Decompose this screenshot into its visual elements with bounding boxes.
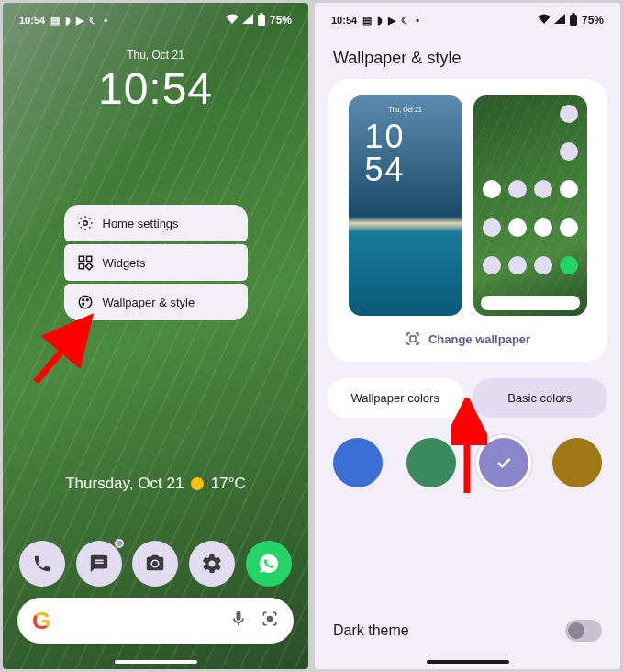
preview-lock-time: 10 54 [365,121,406,187]
signal-icon [554,14,565,27]
svg-point-8 [82,299,83,301]
svg-rect-3 [79,256,83,261]
dark-theme-label: Dark theme [333,622,409,639]
lock-clock-area: Thu, Oct 21 10:54 [3,49,308,114]
right-phone-wallpaper-settings: 10:54 ▤ ◗ ▶ ☾ • 75% Wallpaper & style Th… [315,3,620,669]
wifi-icon [226,14,239,27]
left-phone-home: 10:54 ▤ ◗ ▶ ☾ • 75% Thu, Oct 21 10:54 Ho… [3,3,308,669]
messages-app[interactable] [76,541,122,587]
whatsapp-app[interactable] [246,541,292,587]
battery-pct: 75% [270,14,292,27]
palette-icon [77,294,94,310]
preview-search-bar [481,296,580,310]
home-context-menu: Home settings Widgets Wallpaper & style [64,205,248,320]
svg-rect-4 [86,256,91,261]
tab-wallpaper-colors[interactable]: Wallpaper colors [328,378,463,418]
menu-label: Widgets [103,256,146,270]
battery-icon [569,13,578,28]
lockscreen-preview[interactable]: Thu, Oct 21 10 54 [349,95,462,316]
dot-icon: • [416,15,419,26]
svg-rect-14 [572,13,574,15]
weather-temp: 17°C [211,475,246,492]
phone-app[interactable] [19,541,65,587]
dnd-icon: ☾ [401,15,410,27]
widgets-icon [77,254,94,271]
red-arrow-indicator [451,398,487,498]
color-swatch-blue[interactable] [333,438,383,487]
status-bar: 10:54 ▤ ◗ ▶ ☾ • 75% [315,3,620,34]
svg-line-11 [36,323,85,382]
svg-point-12 [268,616,273,621]
google-logo-icon: G [32,607,50,635]
svg-rect-13 [570,15,577,26]
svg-point-9 [86,299,88,301]
svg-point-2 [83,221,87,226]
svg-point-7 [79,296,92,308]
weather-date: Thursday, Oct 21 [65,475,184,492]
check-icon [495,454,513,472]
page-title: Wallpaper & style [315,34,620,79]
svg-rect-15 [410,336,416,342]
color-swatch-gold[interactable] [552,438,602,487]
battery-icon [257,13,266,28]
homescreen-preview[interactable] [473,95,587,316]
menu-widgets[interactable]: Widgets [64,244,248,281]
menu-home-settings[interactable]: Home settings [64,205,248,241]
dnd-icon: ☾ [89,15,98,27]
menu-label: Wallpaper & style [103,296,195,309]
camera-app[interactable] [132,541,178,587]
status-time: 10:54 [19,15,45,26]
wallpaper-preview-card: Thu, Oct 21 10 54 Ch [328,79,607,362]
color-swatch-green[interactable] [406,438,456,487]
change-wallpaper-button[interactable]: Change wallpaper [405,330,530,347]
tab-basic-colors[interactable]: Basic colors [473,378,608,418]
settings-app[interactable] [189,541,235,587]
svg-rect-5 [79,264,83,269]
youtube-icon: ▶ [76,15,83,27]
weather-line[interactable]: Thursday, Oct 21 17°C [3,475,308,493]
svg-rect-0 [258,15,265,26]
mic-icon[interactable] [229,610,248,633]
red-arrow-indicator [28,310,102,387]
svg-point-10 [82,303,83,305]
dot-icon: • [104,15,107,26]
dark-theme-row: Dark theme [333,620,602,642]
youtube-icon: ▶ [388,15,395,27]
change-wallpaper-label: Change wallpaper [428,332,530,346]
notif-icon: ▤ [50,15,60,27]
signal-icon [242,14,253,27]
dock [3,541,308,587]
notif-icon: ◗ [377,15,383,27]
lock-date: Thu, Oct 21 [3,49,308,62]
sun-icon [191,477,204,490]
svg-rect-6 [85,263,92,269]
gear-icon [77,215,94,231]
lock-time: 10:54 [3,63,308,114]
wifi-icon [538,14,551,27]
lens-icon[interactable] [261,610,279,633]
battery-pct: 75% [582,14,604,27]
status-time: 10:54 [331,15,357,26]
dark-theme-toggle[interactable] [565,620,602,642]
notif-icon: ◗ [65,15,71,27]
nav-bar-indicator[interactable] [115,660,197,664]
nav-bar-indicator[interactable] [427,660,509,664]
wallpaper-icon [405,330,421,347]
menu-label: Home settings [103,217,179,230]
notif-icon: ▤ [362,15,372,27]
status-bar: 10:54 ▤ ◗ ▶ ☾ • 75% [3,3,308,34]
svg-rect-1 [260,13,262,15]
preview-app-grid [481,105,580,290]
preview-lock-date: Thu, Oct 21 [349,106,462,113]
google-search-bar[interactable]: G [17,598,294,644]
